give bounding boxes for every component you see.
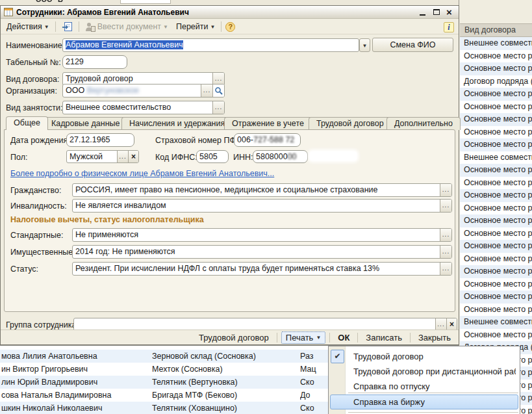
standard-deductions-label: Стандартные: — [10, 231, 63, 240]
citizenship-input[interactable]: РОССИЯ, имеет право на пенсионное, медиц… — [72, 183, 452, 197]
menu-separator — [348, 393, 518, 393]
property-deductions-label: Имущественные: — [10, 248, 75, 257]
close-button[interactable]: × — [446, 8, 454, 16]
ok-button[interactable]: ОК — [334, 332, 353, 343]
change-name-button[interactable]: Смена ФИО — [372, 38, 453, 52]
menu-item-spravka-birzha[interactable]: Справка на биржу — [353, 395, 516, 409]
contract-type-row[interactable]: Основное место ра — [460, 278, 532, 291]
menu-separator — [348, 412, 518, 413]
tab-number-input[interactable]: 2129 — [62, 55, 127, 69]
close-dialog-button[interactable]: Закрыть — [414, 332, 455, 343]
maximize-button[interactable] — [433, 8, 440, 16]
employment-type-input[interactable]: Внешнее совместительство ... — [62, 101, 225, 114]
contract-type-row[interactable]: Основное место ра — [460, 189, 532, 202]
dialog-footer: Трудовой договор Печать ▼ ОК Записать За… — [1, 330, 459, 344]
ellipsis-button[interactable]: ... — [117, 151, 128, 162]
contract-type-row[interactable]: Основное место ра — [460, 240, 532, 253]
contract-type-row[interactable]: Основное место ра — [460, 214, 532, 227]
organization-input[interactable]: ООО Вертуновское ... — [62, 84, 225, 97]
organization-value: ООО Вертуновское — [63, 84, 201, 97]
property-deductions-input[interactable]: 2014 год: Не применяются ... — [72, 245, 452, 259]
window-title: Сотрудники: Абрамов Евгений Анатольевич — [16, 8, 419, 17]
ellipsis-button[interactable]: ... — [440, 246, 451, 258]
contract-type-row[interactable]: Основное место ра — [460, 88, 532, 101]
contract-type-row[interactable]: Основное место ра — [460, 164, 532, 177]
labor-contract-button[interactable]: Трудовой договор — [195, 332, 273, 343]
toolbar-separator — [55, 21, 56, 32]
ifns-input[interactable]: 5805 — [196, 150, 229, 163]
footer-separator — [277, 333, 277, 343]
disability-input[interactable]: Не является инвалидом ... — [72, 199, 452, 213]
background-window-field-fragment — [120, 0, 171, 4]
save-button[interactable]: Записать — [362, 332, 406, 343]
status-label: Статус: — [10, 265, 38, 274]
contract-type-row[interactable]: Основное место ра — [460, 253, 532, 266]
name-input[interactable]: Абрамов Евгений Анатольевич — [62, 38, 359, 52]
help-icon[interactable]: ? — [225, 22, 235, 32]
organization-label: Организация: — [6, 86, 57, 96]
employee-group-label: Группа сотрудника: — [6, 320, 79, 330]
employee-name: лин Юрий Владимирович — [1, 376, 149, 389]
menu-item-distantsionnaya[interactable]: Трудовой договор при дистанционной работ… — [353, 365, 516, 378]
birth-date-input[interactable]: 27.12.1965 — [66, 133, 134, 147]
menu-item-spravka-otpusk[interactable]: Справка по отпуску — [353, 380, 516, 393]
reread-button[interactable] — [60, 20, 75, 33]
tab-nachisleniya[interactable]: Начисления и удержания — [121, 117, 233, 130]
inn-input[interactable]: 580800000 — [253, 150, 308, 163]
contract-type-row[interactable]: Основное место ра — [460, 304, 532, 317]
gender-input[interactable]: Мужской ... × — [66, 150, 139, 163]
tab-otrazhenie[interactable]: Отражение в учете — [224, 117, 312, 130]
pfr-input[interactable]: 006-727-588 72 — [234, 133, 301, 147]
contract-type-row[interactable]: Внешнее совмести — [460, 37, 532, 50]
person-details-link[interactable]: Более подробно о физическом лице Абрамов… — [10, 169, 274, 178]
status-input[interactable]: Резидент. При исчислении НДФЛ с оплаты т… — [72, 262, 452, 276]
contract-type-row[interactable]: Основное место ра — [460, 126, 532, 139]
contract-type-row[interactable]: Основное место ра — [460, 202, 532, 215]
actions-menu-button[interactable]: Действия ▼ — [5, 21, 51, 32]
titlebar[interactable]: Сотрудники: Абрамов Евгений Анатольевич … — [1, 6, 459, 19]
contract-type-row[interactable]: Основное место ра — [460, 50, 532, 63]
search-icon[interactable] — [212, 84, 224, 97]
contract-type-row[interactable]: Внешнее совмести — [460, 151, 532, 164]
contract-column-header[interactable]: Вид договора — [460, 23, 532, 37]
ellipsis-button[interactable]: ... — [440, 184, 451, 196]
contract-type-row[interactable]: Основное место ра — [460, 227, 532, 240]
contract-type-row[interactable]: Основное место ра — [460, 265, 532, 278]
contract-type-row[interactable]: Договор подряда ( — [460, 75, 532, 88]
tab-page-general: Дата рождения: 27.12.1965 Страховой номе… — [4, 129, 455, 312]
goto-menu-button[interactable]: Перейти ▼ — [174, 21, 217, 32]
menu-item-trudovoy-dogovor[interactable]: Трудовой договор — [353, 350, 516, 363]
info-button[interactable]: i — [444, 22, 454, 32]
tab-obshchee[interactable]: Общее — [6, 116, 48, 130]
contract-type-row[interactable]: Основное место ра — [460, 62, 532, 75]
ellipsis-button[interactable]: ... — [201, 84, 212, 97]
minimize-button[interactable] — [419, 8, 427, 16]
chevron-down-icon: ▼ — [362, 43, 368, 49]
tab-dopolnitelno[interactable]: Дополнительно — [386, 117, 461, 130]
enter-document-button[interactable]: Ввести документ ▼ — [83, 21, 170, 33]
tab-trudovoy-dogovor[interactable]: Трудовой договор — [309, 117, 392, 130]
contract-type-row[interactable]: Основное место ра — [460, 101, 532, 114]
employee-department: Зерновой склад (Сосновка) — [152, 350, 296, 363]
contract-type-row[interactable]: Основное место ра — [460, 138, 532, 151]
contract-type-row[interactable]: Основное место ра — [460, 291, 532, 304]
tax-section-title: Налоговые вычеты, статус налогоплательщи… — [10, 215, 204, 224]
ellipsis-button[interactable]: ... — [440, 229, 451, 241]
employee-name: шкин Николай Николаевич — [1, 402, 149, 414]
employment-type-value: Внешнее совместительство — [63, 101, 212, 114]
contract-type-row[interactable]: Основное место ра — [460, 177, 532, 190]
ellipsis-button[interactable]: ... — [440, 263, 451, 275]
ellipsis-button[interactable]: ... — [440, 200, 451, 212]
print-button[interactable]: Печать ▼ — [281, 331, 326, 344]
enter-document-label: Ввести документ — [97, 22, 161, 31]
standard-deductions-input[interactable]: Не применяются ... — [72, 228, 452, 242]
tab-kadrovye-dannye[interactable]: Кадровые данные — [44, 117, 127, 130]
contract-type-row[interactable]: Основное место ра — [460, 113, 532, 126]
name-dropdown-button[interactable]: ▼ — [359, 38, 370, 52]
contract-type-row[interactable]: Внешнее совмести — [460, 316, 532, 329]
contract-type-row[interactable]: Основное место ра — [460, 329, 532, 342]
clear-icon[interactable]: × — [128, 151, 138, 162]
ellipsis-button[interactable]: ... — [212, 101, 224, 114]
employee-department: Телятник (Хованщино) — [152, 402, 296, 414]
check-icon: ✔ — [331, 350, 344, 363]
